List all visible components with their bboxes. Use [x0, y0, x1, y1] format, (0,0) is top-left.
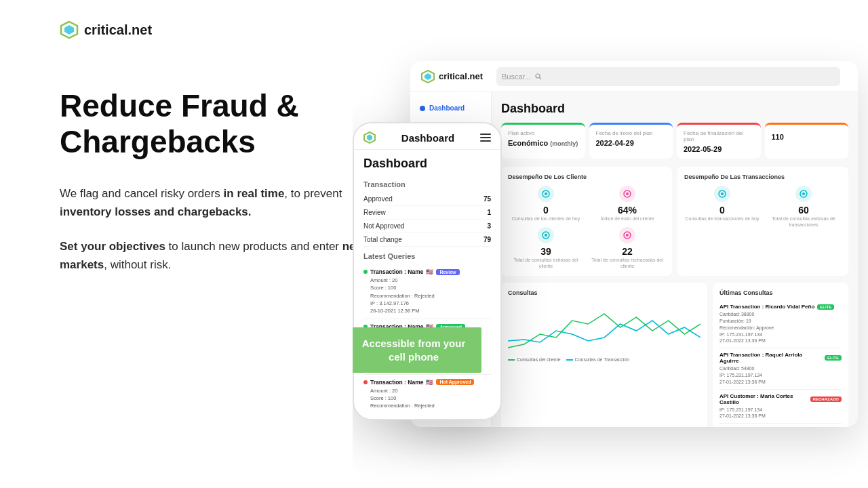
main-heading: Reduce Fraud & Chargebacks: [60, 88, 372, 160]
sidebar-item-dashboard[interactable]: Dashboard: [410, 99, 491, 117]
plan-card-num: 110: [765, 123, 849, 159]
overlay-label: Accessible from your cell phone: [353, 327, 481, 373]
stat-icon-pink2: [619, 227, 635, 243]
tx-stat-1: 60 Total de consultas exitosas de transa…: [766, 186, 842, 228]
stat-icon-pink: [619, 186, 635, 202]
svg-point-11: [545, 234, 547, 237]
svg-point-9: [626, 192, 629, 195]
svg-marker-3: [425, 73, 431, 80]
left-content: Reduce Fraud & Chargebacks We flag and c…: [60, 88, 372, 274]
svg-point-4: [536, 74, 540, 78]
clients-stats-card: Desempeño De Los Cliente 0 Consultas de …: [501, 167, 672, 276]
tx-row-approved: Approved 75: [363, 192, 491, 206]
svg-marker-20: [367, 134, 372, 141]
hamburger-icon[interactable]: [480, 134, 491, 142]
tx-row-not-approved: Not Approved 3: [363, 220, 491, 233]
stat-icon-teal4: [795, 186, 812, 202]
body-text-2: Set your objectives to launch new produc…: [60, 237, 372, 274]
plan-card-inicio: Fecha de inicio del plan 2022-04-29: [589, 123, 673, 159]
desktop-logo-icon: [421, 70, 435, 83]
search-icon: [535, 73, 542, 80]
tx-row-total: Total change 79: [363, 233, 491, 247]
transaction-label: Transaction: [363, 180, 491, 188]
header: critical.net: [60, 20, 152, 39]
phone-mockup: Dashboard Dashboard Transaction Approved…: [353, 122, 502, 420]
stat-3: 22 Total de consultas rechazadas del cli…: [589, 227, 665, 269]
stat-2: 39 Total de consultas exitosas del clien…: [508, 227, 584, 269]
desktop-logo-text: critical.net: [439, 71, 483, 81]
svg-marker-1: [64, 25, 74, 35]
chart-section: Consultas Consultas del cliente: [501, 283, 848, 427]
query-dot-0: [363, 270, 368, 274]
query-details-0: Amount : 20 Score : 100 Recommendation :…: [363, 277, 491, 314]
transactions-stats-card: Desempeño De Las Transacciones 0 Consult…: [677, 167, 848, 276]
desktop-search[interactable]: Buscar...: [496, 67, 840, 86]
stat-icon-teal: [538, 186, 554, 202]
stat-icon-teal2: [538, 227, 554, 243]
logo-icon: [60, 20, 79, 39]
svg-point-17: [802, 192, 805, 195]
plan-label: Plan activo: [508, 130, 578, 136]
stats-section: Desempeño De Los Cliente 0 Consultas de …: [501, 167, 848, 276]
plan-card-fin: Fecha de finalización del plan 2022-05-2…: [677, 123, 761, 159]
query-badge-0: Review: [436, 269, 459, 275]
latest-label: Latest Queries: [363, 252, 491, 260]
query-2: Transaction : Name 🇺🇸 Hot Approved Amoun…: [363, 375, 491, 410]
stat-1: 64% Índice de éxito del cliente: [589, 186, 665, 222]
recent-item-1: API Transaction : Raquel Arriola Aguirre…: [719, 348, 842, 389]
desktop-header: critical.net Buscar...: [410, 61, 858, 92]
stat-icon-teal3: [714, 186, 730, 202]
query-0: Transaction : Name 🇺🇸 Review Amount : 20…: [363, 264, 491, 319]
query-details-2: Amount : 20 Score : 100 Recommendation :…: [363, 387, 491, 410]
tx-table: Approved 75 Review 1 Not Approved 3 Tota…: [363, 192, 491, 247]
recent-card: Últimas Consultas API Transaction : Rica…: [713, 283, 848, 427]
query-badge-2: Hot Approved: [436, 379, 474, 385]
phone-logo: [363, 131, 376, 144]
sidebar-dot: [420, 106, 425, 111]
chart-card: Consultas Consultas del cliente: [501, 283, 707, 427]
recent-item-2: API Customer : Maria Cortes Castillo REC…: [719, 390, 842, 424]
svg-point-13: [626, 234, 629, 237]
tx-row-review: Review 1: [363, 206, 491, 220]
body-text-1: We flag and cancel risky orders in real …: [60, 184, 372, 221]
recent-item-3: API Customer RECHAZADO: [719, 424, 842, 427]
right-section: critical.net Buscar... Dashboard: [353, 0, 868, 488]
stat-0: 0 Consultas de los clientes de hoy: [508, 186, 584, 222]
svg-line-5: [539, 77, 541, 79]
logo-text: critical.net: [84, 22, 152, 38]
phone-logo-icon: [363, 131, 376, 144]
recent-item-0: API Transaction : Ricardo Vidal Peño ELI…: [719, 300, 842, 348]
phone-header: Dashboard: [354, 123, 500, 150]
desktop-logo: critical.net: [421, 70, 483, 83]
desktop-dash-title: Dashboard: [501, 102, 848, 116]
phone-title: Dashboard: [401, 132, 454, 144]
plan-cards: Plan activo Económico (monthly) Fecha de…: [501, 123, 848, 159]
tx-stat-0: 0 Consultas de transacciones de hoy: [684, 186, 760, 228]
chart-area: [508, 300, 701, 354]
svg-point-7: [545, 192, 547, 195]
svg-point-15: [721, 192, 724, 195]
desktop-main: Dashboard Plan activo Económico (monthly…: [492, 92, 858, 427]
query-dot-2: [363, 380, 368, 384]
plan-card-activo: Plan activo Económico (monthly): [501, 123, 585, 159]
phone-body: Transaction Approved 75 Review 1 Not App…: [354, 175, 500, 409]
plan-value: Económico (monthly): [508, 139, 578, 147]
phone-dash-title: Dashboard: [354, 150, 500, 175]
